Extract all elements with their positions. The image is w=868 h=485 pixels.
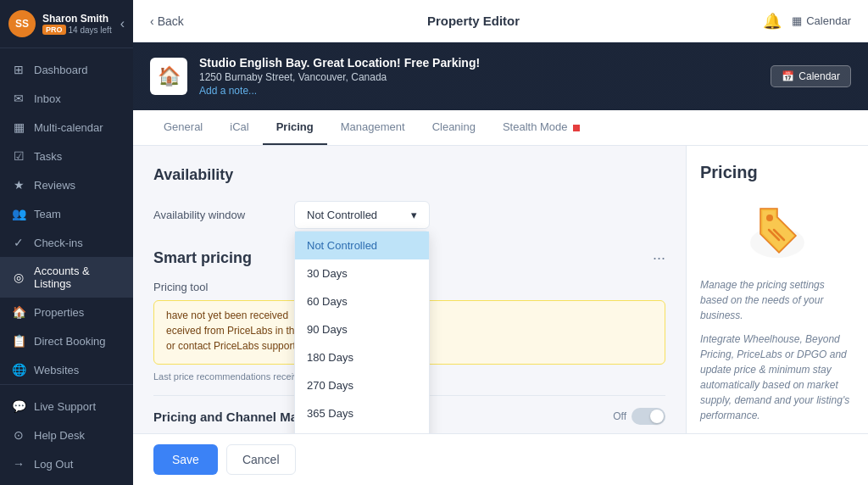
sidebar-item-websites[interactable]: 🌐 Websites	[0, 355, 133, 384]
sidebar-item-log-out[interactable]: → Log Out	[0, 449, 133, 478]
toggle-off-label: Off	[613, 410, 626, 422]
availability-window-dropdown-wrapper: Not Controlled ▾ Not Controlled 30 Days	[294, 201, 430, 229]
user-info: Sharon Smith PRO 14 days left	[42, 13, 112, 35]
pricing-markups-toggle[interactable]	[632, 408, 665, 425]
collapse-button[interactable]: ‹	[120, 16, 125, 31]
dashboard-icon: ⊞	[12, 63, 25, 76]
svg-point-1	[766, 215, 773, 221]
smart-pricing-more-button[interactable]: ···	[653, 249, 665, 267]
availability-window-dropdown[interactable]: Not Controlled ▾	[294, 201, 430, 229]
tab-management[interactable]: Management	[327, 110, 419, 145]
multi-calendar-icon: ▦	[12, 120, 25, 134]
log-out-icon: →	[12, 457, 25, 471]
availability-title: Availability	[153, 166, 665, 184]
sidebar-user: SS Sharon Smith PRO 14 days left	[8, 10, 112, 37]
topbar-calendar-button[interactable]: ▦ Calendar	[792, 14, 851, 27]
topbar-actions: 🔔 ▦ Calendar	[763, 12, 851, 31]
tab-stealth-mode[interactable]: Stealth Mode	[489, 110, 593, 145]
availability-dropdown-menu: Not Controlled 30 Days 60 Days 90 Days	[294, 231, 430, 433]
tasks-icon: ☑	[12, 149, 25, 163]
sidebar-item-check-ins[interactable]: ✓ Check-ins	[0, 228, 133, 257]
main-content: Availability Availability window Not Con…	[133, 146, 686, 433]
right-panel: Pricing Manage the pricing settings base…	[686, 146, 868, 433]
sidebar-item-dashboard[interactable]: ⊞ Dashboard	[0, 55, 133, 84]
property-name: Studio English Bay. Great Location! Free…	[199, 56, 759, 70]
smart-pricing-title: Smart pricing	[153, 249, 252, 267]
property-icon: 🏠	[150, 58, 187, 95]
panel-text-1: Manage the pricing settings based on the…	[700, 277, 854, 323]
dropdown-option-60-days[interactable]: 60 Days	[295, 287, 429, 315]
pro-badge: PRO	[42, 25, 66, 35]
sidebar-item-multi-calendar[interactable]: ▦ Multi-calendar	[0, 113, 133, 142]
dropdown-selected-value: Not Controlled	[307, 209, 377, 221]
add-note-link[interactable]: Add a note...	[199, 85, 759, 97]
calendar-badge-icon: 📅	[782, 70, 794, 82]
availability-window-label: Availability window	[153, 209, 281, 221]
main-area: ‹ Back Property Editor 🔔 ▦ Calendar 🏠 St…	[133, 0, 868, 485]
pricing-tag-icon	[743, 196, 811, 264]
availability-window-row: Availability window Not Controlled ▾ Not…	[153, 201, 665, 229]
sidebar: SS Sharon Smith PRO 14 days left ‹ ⊞ Das…	[0, 0, 133, 485]
tab-cleaning[interactable]: Cleaning	[419, 110, 489, 145]
sidebar-item-live-support[interactable]: 💬 Live Support	[0, 392, 133, 421]
sidebar-item-direct-booking[interactable]: 📋 Direct Booking	[0, 326, 133, 355]
property-address: 1250 Burnaby Street, Vancouver, Canada	[199, 71, 759, 83]
property-info: Studio English Bay. Great Location! Free…	[199, 56, 759, 97]
properties-icon: 🏠	[12, 305, 25, 319]
dropdown-option-90-days[interactable]: 90 Days	[295, 315, 429, 343]
availability-section: Availability Availability window Not Con…	[153, 166, 665, 229]
dropdown-chevron-icon: ▾	[411, 209, 417, 221]
stealth-mode-dot	[573, 125, 580, 131]
sidebar-header: SS Sharon Smith PRO 14 days left ‹	[0, 0, 133, 48]
reviews-icon: ★	[12, 178, 25, 192]
dropdown-option-not-controlled[interactable]: Not Controlled	[295, 231, 429, 259]
help-desk-icon: ⊙	[12, 428, 25, 442]
live-support-icon: 💬	[12, 399, 25, 413]
sidebar-item-team[interactable]: 👥 Team	[0, 199, 133, 228]
save-button[interactable]: Save	[153, 444, 218, 475]
user-name: Sharon Smith	[42, 13, 112, 25]
avatar: SS	[8, 10, 36, 37]
panel-text-2: Integrate Wheelhouse, Beyond Pricing, Pr…	[700, 332, 854, 423]
dropdown-option-2-years[interactable]: 2 Years	[295, 427, 429, 433]
inbox-icon: ✉	[12, 92, 25, 105]
tab-pricing[interactable]: Pricing	[263, 110, 327, 145]
user-badge: PRO 14 days left	[42, 25, 112, 35]
direct-booking-icon: 📋	[12, 334, 25, 348]
sidebar-item-tasks[interactable]: ☑ Tasks	[0, 142, 133, 170]
page-title: Property Editor	[184, 14, 763, 28]
sidebar-item-properties[interactable]: 🏠 Properties	[0, 298, 133, 326]
topbar: ‹ Back Property Editor 🔔 ▦ Calendar	[133, 0, 868, 42]
toggle-off-wrapper: Off	[613, 408, 665, 425]
tab-ical[interactable]: iCal	[216, 110, 262, 145]
dropdown-option-365-days[interactable]: 365 Days	[295, 399, 429, 427]
calendar-icon: ▦	[792, 14, 802, 27]
sidebar-item-reviews[interactable]: ★ Reviews	[0, 170, 133, 199]
sidebar-item-help-desk[interactable]: ⊙ Help Desk	[0, 421, 133, 449]
bottom-bar: Save Cancel	[133, 433, 868, 485]
content-area: Availability Availability window Not Con…	[133, 146, 868, 433]
websites-icon: 🌐	[12, 363, 25, 376]
tab-general[interactable]: General	[150, 110, 216, 145]
sidebar-item-inbox[interactable]: ✉ Inbox	[0, 84, 133, 113]
toggle-knob	[650, 410, 664, 423]
dropdown-option-180-days[interactable]: 180 Days	[295, 343, 429, 371]
accounts-listings-icon: ◎	[12, 270, 25, 284]
tabs-bar: General iCal Pricing Management Cleaning…	[133, 110, 868, 146]
sidebar-item-accounts-listings[interactable]: ◎ Accounts & Listings	[0, 257, 133, 298]
cancel-button[interactable]: Cancel	[226, 444, 296, 475]
check-ins-icon: ✓	[12, 236, 25, 249]
property-banner: 🏠 Studio English Bay. Great Location! Fr…	[133, 42, 868, 110]
team-icon: 👥	[12, 207, 25, 220]
notification-bell-icon[interactable]: 🔔	[763, 12, 782, 31]
back-button[interactable]: ‹ Back	[150, 14, 184, 28]
sidebar-nav: ⊞ Dashboard ✉ Inbox ▦ Multi-calendar ☑ T…	[0, 48, 133, 384]
property-calendar-button[interactable]: 📅 Calendar	[771, 65, 851, 87]
panel-title: Pricing	[700, 163, 854, 182]
sidebar-footer: 💬 Live Support ⊙ Help Desk → Log Out	[0, 384, 133, 485]
dropdown-option-30-days[interactable]: 30 Days	[295, 259, 429, 287]
back-chevron-icon: ‹	[150, 14, 154, 28]
dropdown-option-270-days[interactable]: 270 Days	[295, 371, 429, 399]
